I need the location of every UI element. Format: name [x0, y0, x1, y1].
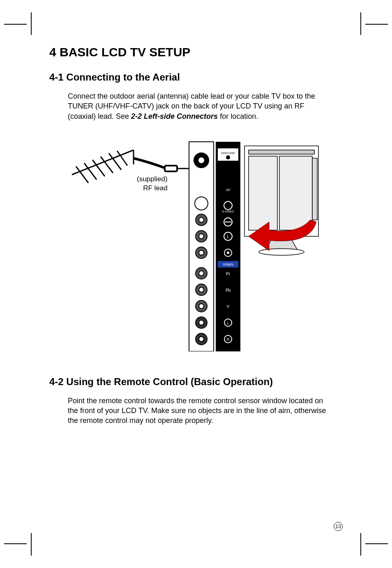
svg-text:Pb: Pb [226, 288, 231, 293]
section2-paragraph: Point the remote control towards the rem… [68, 396, 331, 426]
svg-text:S-VIDEO: S-VIDEO [222, 210, 234, 213]
svg-text:L: L [227, 234, 229, 239]
svg-text:L: L [227, 321, 229, 325]
svg-text:Y: Y [227, 305, 230, 309]
caption-line: (supplied) [137, 175, 168, 184]
page-number: 13 [334, 522, 343, 531]
svg-point-19 [199, 250, 204, 255]
antenna-icon [72, 150, 134, 183]
svg-point-23 [199, 287, 204, 292]
svg-text:Pr: Pr [226, 272, 231, 276]
section1-paragraph: Connect the outdoor aerial (antenna) cab… [68, 91, 331, 121]
svg-rect-54 [249, 156, 277, 230]
svg-text:R: R [227, 337, 230, 342]
svg-rect-53 [249, 150, 314, 154]
svg-point-42 [227, 252, 229, 254]
section-heading: 4-1 Connecting to the Aerial [49, 72, 343, 83]
connector-labels-strip: VHF/UHF AV S-VIDEO L YPbPr Pr Pb Y L R [216, 142, 240, 351]
svg-rect-30 [216, 142, 240, 351]
cross-reference: 2-2 Left-side Connectors [131, 112, 218, 120]
svg-point-15 [199, 217, 204, 222]
svg-line-0 [72, 150, 134, 175]
page-content: 4 BASIC LCD TV SETUP 4-1 Connecting to t… [33, 29, 359, 535]
svg-point-13 [195, 197, 208, 210]
svg-point-33 [226, 155, 230, 159]
figure-caption: (supplied) RF lead [137, 175, 168, 193]
caption-line: RF lead [137, 184, 168, 193]
svg-point-29 [199, 337, 204, 342]
svg-rect-56 [312, 158, 317, 220]
svg-point-27 [199, 320, 204, 325]
chapter-heading: 4 BASIC LCD TV SETUP [49, 45, 343, 59]
svg-rect-55 [279, 156, 312, 230]
svg-text:AV: AV [225, 188, 231, 192]
svg-point-21 [199, 271, 204, 276]
aerial-connection-diagram: (supplied) RF lead [68, 134, 323, 351]
para-text: for location. [218, 112, 258, 120]
connector-panel-left [189, 142, 214, 351]
svg-rect-8 [165, 166, 177, 171]
svg-text:YPbPr: YPbPr [223, 263, 233, 267]
rf-cable-icon [134, 158, 191, 171]
svg-point-17 [199, 234, 204, 239]
svg-point-25 [199, 304, 204, 309]
svg-point-57 [259, 249, 304, 255]
svg-point-12 [198, 157, 205, 164]
section-heading: 4-2 Using the Remote Control (Basic Oper… [49, 376, 343, 388]
diagram-svg: VHF/UHF AV S-VIDEO L YPbPr Pr Pb Y L R [68, 134, 323, 351]
svg-text:VHF/UHF: VHF/UHF [221, 151, 235, 155]
